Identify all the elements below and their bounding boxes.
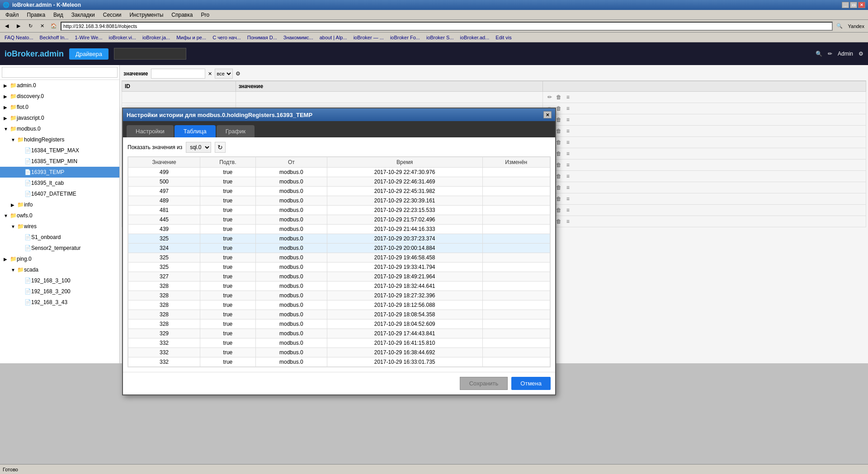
bookmark-iobroker-ad[interactable]: ioBroker.ad... <box>457 34 492 41</box>
sidebar-item-discovery0[interactable]: ▶ 📁 discovery.0 <box>0 91 119 102</box>
sidebar-item-192-168-3-43[interactable]: 📄 192_168_3_43 <box>0 297 119 308</box>
more-icon[interactable]: ≡ <box>564 206 572 214</box>
bookmark-myths[interactable]: Мифы и ре... <box>174 34 209 41</box>
forward-button[interactable]: ▶ <box>14 21 24 31</box>
bookmark-about[interactable]: about | Alp... <box>317 34 350 41</box>
sidebar-item-16395[interactable]: 📄 16395_lt_cab <box>0 178 119 188</box>
refresh-button[interactable]: ↻ <box>215 142 226 153</box>
header-search-icon[interactable]: 🔍 <box>816 51 822 57</box>
delete-icon[interactable]: 🗑 <box>555 183 563 192</box>
right-panel-filter-select[interactable]: все <box>215 69 233 79</box>
more-icon[interactable]: ≡ <box>564 172 572 180</box>
right-panel-settings-icon[interactable]: ⚙ <box>236 70 241 77</box>
sidebar-item-owfs0[interactable]: ▼ 📁 owfs.0 <box>0 210 119 221</box>
menu-sessions[interactable]: Сессии <box>99 11 125 19</box>
delete-icon[interactable]: 🗑 <box>555 161 563 169</box>
source-select[interactable]: sql.0 <box>186 142 211 153</box>
more-icon[interactable]: ≡ <box>564 138 572 146</box>
save-button[interactable]: Сохранить <box>460 377 508 390</box>
sidebar-item-16385[interactable]: 📄 16385_TEMP_MIN <box>0 156 119 167</box>
right-panel-filter-input[interactable] <box>151 69 205 79</box>
sidebar-item-flot0[interactable]: ▶ 📁 flot.0 <box>0 102 119 113</box>
menu-bookmarks[interactable]: Закладки <box>68 11 99 19</box>
sidebar-item-192-168-3-200[interactable]: 📄 192_168_3_200 <box>0 286 119 297</box>
menu-file[interactable]: Файл <box>2 11 23 19</box>
more-icon[interactable]: ≡ <box>564 161 572 169</box>
menu-pro[interactable]: Pro <box>197 11 213 19</box>
bookmark-iobroker1[interactable]: ioBroker — ... <box>351 34 387 41</box>
more-icon[interactable]: ≡ <box>564 104 572 113</box>
bookmark-iobroker-ja[interactable]: ioBroker.ja... <box>140 34 173 41</box>
bookmark-beckhoff[interactable]: Beckhoff In... <box>37 34 71 41</box>
minimize-button[interactable]: _ <box>842 2 849 8</box>
menu-view[interactable]: Вид <box>50 11 67 19</box>
tab-settings[interactable]: Настройки <box>127 125 174 137</box>
table-scroll-area[interactable]: Значение Подтв. От Время Изменён 499 tru… <box>127 156 551 367</box>
more-icon[interactable]: ≡ <box>564 127 572 135</box>
drivers-button[interactable]: Драйвера <box>69 48 108 60</box>
delete-icon[interactable]: 🗑 <box>555 93 563 101</box>
bookmark-iobroker-s[interactable]: ioBroker S... <box>424 34 457 41</box>
more-icon[interactable]: ≡ <box>564 116 572 124</box>
bookmark-iobroker-vi[interactable]: ioBroker.vi... <box>106 34 139 41</box>
sidebar-item-ping0[interactable]: ▶ 📁 ping.0 <box>0 253 119 264</box>
delete-icon[interactable]: 🗑 <box>555 195 563 203</box>
modal-close-button[interactable]: ✕ <box>543 111 552 118</box>
home-button[interactable]: 🏠 <box>49 21 59 31</box>
more-icon[interactable]: ≡ <box>564 183 572 192</box>
back-button[interactable]: ◀ <box>2 21 12 31</box>
bookmark-acquaint[interactable]: Знакомимс... <box>281 34 316 41</box>
header-settings-icon[interactable]: ⚙ <box>859 51 863 57</box>
search-button[interactable]: 🔍 <box>835 21 844 31</box>
filter-close-icon[interactable]: ✕ <box>208 71 212 77</box>
reload-button[interactable]: ↻ <box>25 21 35 31</box>
address-input[interactable] <box>61 22 833 31</box>
sidebar-item-admin0[interactable]: ▶ 📁 admin.0 <box>0 80 119 91</box>
sidebar-item-info[interactable]: ▶ 📁 info <box>0 199 119 210</box>
restore-button[interactable]: ▭ <box>850 2 857 8</box>
sidebar-item-javascript0[interactable]: ▶ 📁 javascript.0 <box>0 113 119 123</box>
header-edit-icon[interactable]: ✏ <box>828 51 832 57</box>
cancel-button[interactable]: Отмена <box>511 377 551 390</box>
tab-graph[interactable]: График <box>217 125 255 137</box>
more-icon[interactable]: ≡ <box>564 195 572 203</box>
close-button[interactable]: ✕ <box>858 2 865 8</box>
menu-help[interactable]: Справка <box>168 11 196 19</box>
delete-icon[interactable]: 🗑 <box>555 172 563 180</box>
sidebar-item-scada[interactable]: ▼ 📁 scada <box>0 264 119 275</box>
delete-icon[interactable]: 🗑 <box>555 138 563 146</box>
menu-tools[interactable]: Инструменты <box>126 11 167 19</box>
sidebar-search-input[interactable] <box>2 67 118 78</box>
stop-button[interactable]: ✕ <box>37 21 47 31</box>
sidebar-item-holdingregisters[interactable]: ▼ 📁 holdingRegisters <box>0 134 119 145</box>
more-icon[interactable]: ≡ <box>564 217 572 225</box>
sidebar-item-16393[interactable]: 📄 16393_TEMP <box>0 167 119 178</box>
sidebar-item-s1onboard[interactable]: 📄 S1_onboard <box>0 232 119 243</box>
bookmark-start[interactable]: С чего нач... <box>210 34 244 41</box>
sidebar-item-192-168-3-100[interactable]: 📄 192_168_3_100 <box>0 275 119 286</box>
delete-icon[interactable]: 🗑 <box>555 116 563 124</box>
bookmark-editvis[interactable]: Edit vis <box>493 34 514 41</box>
bookmark-faq[interactable]: FAQ Neato... <box>2 34 36 41</box>
sidebar-item-wires[interactable]: ▼ 📁 wires <box>0 221 119 232</box>
sidebar-item-modbus0[interactable]: ▼ 📁 modbus.0 <box>0 123 119 134</box>
bookmark-understanding[interactable]: Понимая D... <box>245 34 280 41</box>
table-row: 327 true modbus.0 2017-10-29 18:49:21.96… <box>128 272 550 282</box>
delete-icon[interactable]: 🗑 <box>555 127 563 135</box>
more-icon[interactable]: ≡ <box>564 150 572 158</box>
app-search-input[interactable] <box>114 48 186 60</box>
delete-icon[interactable]: 🗑 <box>555 150 563 158</box>
delete-icon[interactable]: 🗑 <box>555 217 563 225</box>
sidebar-item-16407[interactable]: 📄 16407_DATETIME <box>0 188 119 199</box>
bookmark-iobroker-fo[interactable]: ioBroker Fo... <box>387 34 423 41</box>
window-controls[interactable]: _ ▭ ✕ <box>842 2 865 8</box>
sidebar-item-sensor2[interactable]: 📄 Sensor2_temperatur <box>0 243 119 253</box>
bookmark-1wire[interactable]: 1-Wire We... <box>72 34 105 41</box>
sidebar-item-16384[interactable]: 📄 16384_TEMP_MAX <box>0 145 119 156</box>
menu-edit[interactable]: Правка <box>24 11 49 19</box>
more-icon[interactable]: ≡ <box>564 93 572 101</box>
edit-icon[interactable]: ✏ <box>546 93 554 101</box>
delete-icon[interactable]: 🗑 <box>555 206 563 214</box>
tab-table[interactable]: Таблица <box>175 125 216 137</box>
delete-icon[interactable]: 🗑 <box>555 104 563 113</box>
